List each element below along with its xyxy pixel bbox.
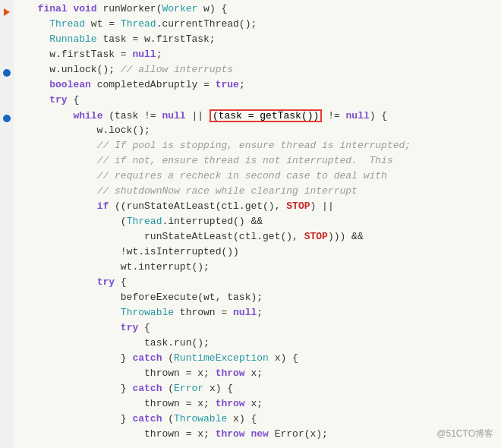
code-line: try { (17, 94, 501, 109)
code-line: final void runWorker(Worker w) { (17, 3, 501, 18)
token-kw: null (132, 49, 156, 60)
token-kw: throw (216, 428, 245, 440)
code-line: thrown = x; throw x; (17, 368, 501, 383)
line-content: try { (20, 94, 79, 106)
line-content: w.lock(); (20, 125, 150, 136)
token-plain: x) { (227, 413, 257, 424)
token-plain: ; (156, 49, 162, 60)
code-line: Thread wt = Thread.currentThread(); (17, 18, 501, 33)
line-content: task.run(); (20, 337, 210, 349)
token-type: RuntimeException (174, 352, 269, 364)
token-plain: x; (245, 398, 263, 409)
token-kw: catch (132, 383, 162, 394)
code-line: try { (17, 322, 501, 337)
token-type: Thread (121, 18, 156, 30)
token-plain (26, 18, 49, 30)
token-plain (26, 79, 49, 90)
token-kw: try (121, 322, 138, 333)
token-plain (26, 307, 121, 318)
token-comment: // allow interrupts (121, 64, 233, 75)
token-kw: while (73, 110, 102, 121)
token-stop: STOP (286, 200, 310, 212)
token-plain: } (26, 413, 132, 424)
code-line: w.lock(); (17, 125, 501, 140)
token-plain: w) { (197, 3, 227, 14)
code-line: } catch (Throwable x) { (17, 413, 501, 428)
token-kw: throw (216, 398, 245, 409)
gutter (0, 0, 14, 448)
token-plain (26, 170, 97, 181)
token-kw: void (73, 3, 96, 14)
line-content: thrown = x; throw x; (20, 398, 263, 409)
line-content: // shutdownNow race while clearing inter… (20, 185, 358, 197)
line-content: beforeExecute(wt, task); (20, 292, 263, 303)
current-line-arrow-icon (2, 7, 12, 17)
line-content: // requires a recheck in second case to … (20, 170, 387, 181)
token-kw: if (97, 200, 109, 212)
token-plain (26, 3, 38, 14)
line-content: w.unlock(); // allow interrupts (20, 64, 233, 75)
code-line: w.unlock(); // allow interrupts (17, 64, 501, 79)
line-content: wt.interrupt(); (20, 261, 210, 273)
highlighted-expression: (task = getTask()) (210, 109, 322, 122)
token-plain: task.run(); (26, 337, 210, 349)
token-plain: beforeExecute(wt, task); (26, 292, 263, 303)
token-plain: != (322, 110, 345, 121)
line-content: thrown = x; throw x; (20, 368, 263, 379)
line-content: try { (20, 276, 127, 288)
line-content: // If pool is stopping, ensure thread is… (20, 140, 411, 151)
token-plain: .currentThread(); (156, 18, 257, 30)
code-line: try { (17, 276, 501, 292)
token-type: Error (174, 383, 203, 394)
token-plain: { (138, 322, 150, 333)
token-plain: .interrupted() && (162, 216, 263, 227)
token-plain: thrown = x; (26, 398, 216, 409)
token-plain: ; (257, 307, 263, 318)
token-plain: task = w.firstTask; (97, 33, 216, 45)
token-plain: x) { (269, 352, 298, 364)
line-content: // if not, ensure thread is not interrup… (20, 155, 393, 166)
token-plain: x; (245, 368, 263, 379)
bookmark-icon (2, 68, 12, 78)
token-plain (26, 185, 97, 197)
token-plain: ( (26, 216, 127, 227)
line-content: Runnable task = w.firstTask; (20, 33, 216, 45)
code-line: w.firstTask = null; (17, 49, 501, 64)
line-content: Thread wt = Thread.currentThread(); (20, 18, 257, 30)
token-comment: // shutdownNow race while clearing inter… (97, 185, 358, 197)
token-kw: new (250, 428, 268, 440)
token-plain: { (115, 276, 127, 288)
token-plain: thrown = (174, 307, 233, 318)
token-plain: ((runStateAtLeast(ctl.get(), (109, 200, 286, 212)
line-content: } catch (Throwable x) { (20, 413, 257, 424)
token-plain: runWorker( (97, 3, 162, 14)
token-type: Thread (127, 216, 162, 227)
token-plain: completedAbruptly = (91, 79, 216, 90)
code-line: thrown = x; throw new Error(x); (17, 428, 501, 443)
code-line: // if not, ensure thread is not interrup… (17, 155, 501, 170)
token-plain (26, 140, 97, 151)
token-plain (26, 94, 49, 106)
line-content: boolean completedAbruptly = true; (20, 79, 245, 90)
code-line: while (task != null || (task = getTask()… (17, 109, 501, 125)
token-plain: ( (162, 413, 174, 424)
code-line: } catch (RuntimeException x) { (17, 352, 501, 368)
code-line: wt.interrupt(); (17, 261, 501, 276)
code-line: (Thread.interrupted() && (17, 216, 501, 231)
line-content: runStateAtLeast(ctl.get(), STOP))) && (20, 231, 364, 242)
token-kw: try (49, 94, 67, 106)
token-plain: || (186, 110, 210, 121)
token-plain: ( (162, 383, 174, 394)
line-content: w.firstTask = null; (20, 49, 162, 60)
token-type: Throwable (174, 413, 227, 424)
code-line: thrown = x; throw x; (17, 398, 501, 413)
line-content: } catch (RuntimeException x) { (20, 352, 298, 364)
token-plain: { (68, 94, 80, 106)
code-line: Throwable thrown = null; (17, 307, 501, 322)
code-editor: final void runWorker(Worker w) { Thread … (0, 0, 501, 448)
token-kw: throw (216, 368, 245, 379)
token-plain: ; (239, 79, 245, 90)
line-content: final void runWorker(Worker w) { (20, 3, 227, 14)
token-plain (26, 276, 97, 288)
token-plain: Error(x); (269, 428, 328, 440)
